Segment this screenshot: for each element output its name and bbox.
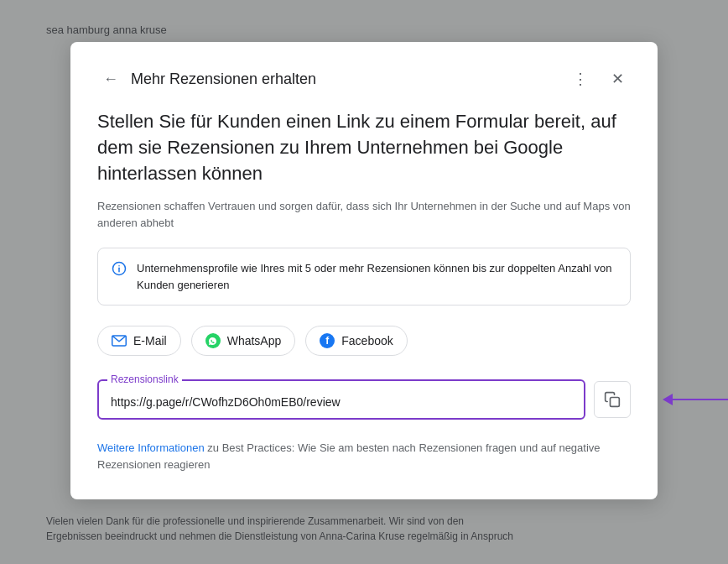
arrow-head	[663, 394, 673, 405]
modal-header-left: ← Mehr Rezensionen erhalten	[97, 65, 316, 92]
info-icon	[112, 261, 127, 280]
facebook-share-button[interactable]: f Facebook	[305, 326, 407, 356]
modal-header-right: ⋮ ✕	[567, 65, 631, 92]
link-field-label: Rezensionslink	[107, 373, 182, 385]
footer-area: Weitere Informationen zu Best Practices:…	[97, 440, 631, 473]
whatsapp-button-label: WhatsApp	[227, 334, 282, 347]
arrow-line	[673, 399, 728, 400]
main-heading: Stellen Sie für Kunden einen Link zu ein…	[97, 109, 631, 186]
email-share-button[interactable]: E-Mail	[97, 326, 181, 356]
modal-dialog: ← Mehr Rezensionen erhalten ⋮ ✕ Stellen …	[70, 42, 658, 499]
more-info-link[interactable]: Weitere Informationen	[97, 441, 205, 454]
whatsapp-share-button[interactable]: WhatsApp	[191, 326, 296, 356]
svg-rect-4	[611, 398, 620, 407]
share-buttons-row: E-Mail WhatsApp f Facebook	[97, 326, 631, 356]
link-container: Rezensionslink https://g.page/r/CWofhzD6…	[97, 379, 631, 420]
facebook-button-label: Facebook	[341, 334, 393, 347]
link-value: https://g.page/r/CWofhzD6Oh0mEB0/review	[111, 395, 341, 409]
info-box: Unternehmensprofile wie Ihres mit 5 oder…	[97, 248, 631, 306]
modal-header: ← Mehr Rezensionen erhalten ⋮ ✕	[97, 65, 631, 92]
svg-point-2	[118, 265, 120, 267]
subtitle: Rezensionen schaffen Vertrauen und sorge…	[97, 198, 631, 231]
more-options-button[interactable]: ⋮	[567, 65, 594, 92]
info-text: Unternehmensprofile wie Ihres mit 5 oder…	[137, 260, 616, 293]
link-field-wrapper: Rezensionslink https://g.page/r/CWofhzD6…	[97, 379, 585, 420]
arrow-annotation	[663, 394, 728, 405]
copy-link-button[interactable]	[594, 381, 631, 418]
facebook-icon: f	[320, 333, 335, 348]
close-button[interactable]: ✕	[604, 65, 631, 92]
email-button-label: E-Mail	[133, 334, 167, 347]
modal-title: Mehr Rezensionen erhalten	[131, 70, 316, 88]
email-icon	[112, 333, 127, 348]
whatsapp-icon	[205, 333, 221, 348]
back-button[interactable]: ←	[97, 65, 124, 92]
